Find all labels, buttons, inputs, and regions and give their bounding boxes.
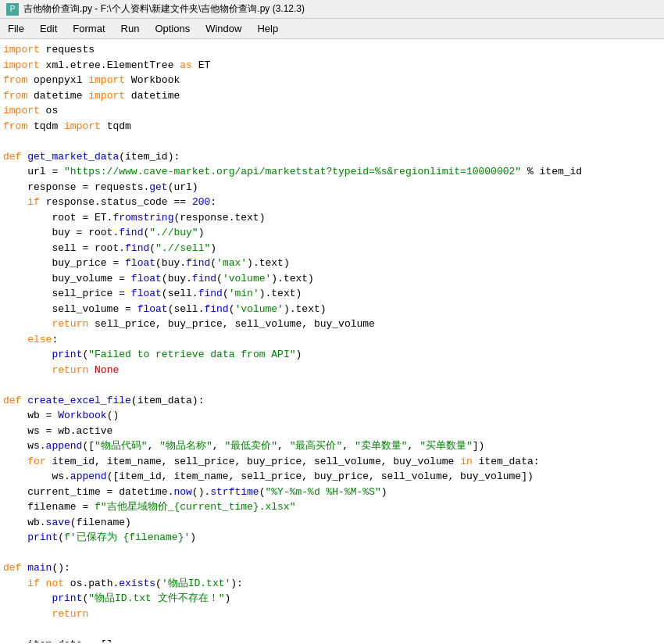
title-bar: P 吉他物价查询.py - F:\个人资料\新建文件夹\吉他物价查询.py (3…: [0, 0, 664, 19]
menu-edit[interactable]: Edit: [32, 20, 65, 37]
menu-help[interactable]: Help: [249, 20, 286, 37]
menu-window[interactable]: Window: [198, 20, 249, 37]
menu-format[interactable]: Format: [65, 20, 112, 37]
menu-run[interactable]: Run: [113, 20, 148, 37]
title-icon: P: [6, 3, 19, 16]
code-area[interactable]: import requests import xml.etree.Element…: [0, 39, 664, 642]
menu-options[interactable]: Options: [147, 20, 198, 37]
menu-file[interactable]: File: [0, 20, 32, 37]
menu-bar: File Edit Format Run Options Window Help: [0, 19, 664, 39]
window-title: 吉他物价查询.py - F:\个人资料\新建文件夹\吉他物价查询.py (3.1…: [23, 2, 305, 16]
